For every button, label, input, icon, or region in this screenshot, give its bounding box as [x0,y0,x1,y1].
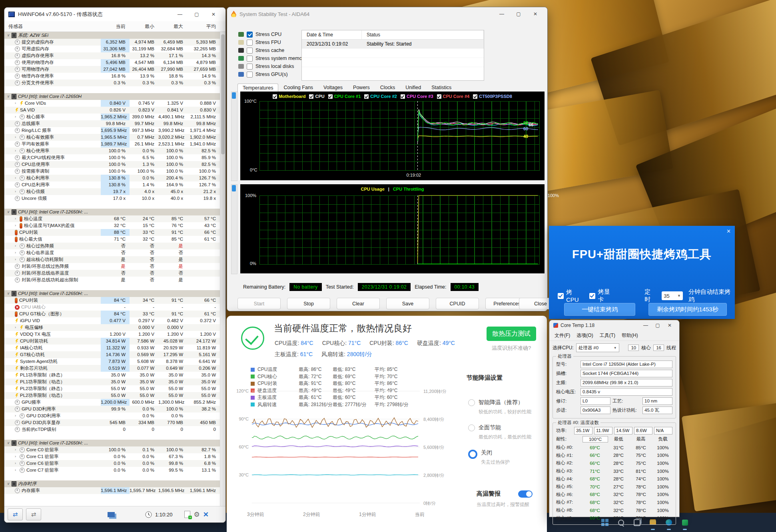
sensor-row[interactable]: IA核心功耗11.322 W0.933 W20.929 W11.819 W [4,345,220,351]
sensor-row[interactable]: ›Core C1 驻留率0.0 %0.0 %67.3 %1.8 % [4,453,220,460]
sensor-row[interactable]: CPU封装88 °C33 °C91 °C66 °C [4,229,220,236]
minimize-icon[interactable]: — [494,8,510,20]
swap-columns-button[interactable]: ⇄ [8,508,23,520]
sensor-row[interactable]: 总线频率99.8 MHz99.7 MHz99.8 MHz99.8 MHz [4,120,220,127]
sensor-row[interactable]: ›核心过热降频否否是 [4,243,220,249]
menu-item[interactable]: 帮助(H) [619,331,641,340]
expand-icon[interactable]: › [15,188,18,195]
sensor-row[interactable]: 提交的虚拟内存6,352 MB4,974 MB6,459 MB5,393 MB [4,39,220,46]
expand-icon[interactable]: › [15,243,18,249]
sensor-row[interactable]: 封装/环形总线功耗超出限制是否是 [4,277,220,283]
graph1-scrollbar[interactable] [231,92,237,181]
sensor-section-row[interactable]: ∨CPU [#0]: Intel Core i7-12650H [4,93,220,100]
sensor-row[interactable]: iGPU VID0.477 V0.297 V0.482 V0.372 V [4,317,220,324]
checkbox[interactable] [247,56,253,62]
radio-icon[interactable] [468,399,475,406]
sensor-row[interactable]: ›核心使用率100.0 %0.0 %100.0 %82.5 % [4,147,220,154]
expand-icon[interactable]: › [15,100,18,107]
expand-icon[interactable]: › [15,114,18,120]
tab-clocks[interactable]: Clocks [375,83,401,92]
sensor-row[interactable]: 分页文件使用率0.3 %0.3 %0.3 %0.3 % [4,80,220,86]
sensor-row[interactable]: 当前的cTDP级别0000 [4,426,220,433]
close-icon[interactable]: ✕ [205,9,221,20]
column-header-3[interactable]: 最大 [158,21,187,32]
close-icon[interactable]: ✕ [664,321,675,329]
column-header-1[interactable]: 当前 [101,21,130,32]
menu-item[interactable]: 工具(T) [597,331,618,340]
sensor-row[interactable]: ›核心利用率130.8 %0.0 %200.4 %126.7 % [4,175,220,181]
sensor-row[interactable]: PL2功率限制（静态）55.0 W55.0 W55.0 W55.0 W [4,385,220,392]
column-header-4[interactable]: 平均 [187,21,220,32]
cpuid-button[interactable]: CPUID [436,298,479,309]
radio-icon[interactable] [468,424,475,431]
collapse-icon[interactable]: ∨ [7,209,10,215]
bake-option[interactable]: 烤CPU [558,289,584,303]
sensor-row[interactable]: ›GPU D3D利用率0.0 %0.0 % [4,412,220,419]
aida64-titlebar[interactable]: System Stability Test - AIDA64 — ▢ ✕ [227,7,547,21]
expand-icon[interactable]: › [15,215,18,222]
reorder-button[interactable]: ⇄ [26,508,41,520]
sensor-row[interactable]: VDDQ TX 电压1.200 V1.200 V1.200 V1.200 V [4,331,220,338]
log-col-status[interactable]: Status [362,30,484,39]
sensor-row[interactable]: CPU封装功耗34.814 W7.586 W45.028 W24.172 W [4,338,220,345]
exit-icon[interactable]: ✕ [203,510,209,519]
expand-icon[interactable]: › [15,453,18,460]
checkbox[interactable] [247,72,253,78]
expand-icon[interactable]: › [15,412,18,419]
cooling-option[interactable]: 智能降温（推荐）较低的功耗，较好的性能 [468,399,531,415]
maximize-icon[interactable]: ▢ [189,9,205,20]
sensor-row[interactable]: 最大CPU/线程使用率100.0 %6.5 %100.0 %85.9 % [4,154,220,161]
sensor-section-row[interactable]: ∨CPU [#0]: Intel Core i7-12650H: ... [4,440,220,446]
column-header-0[interactable]: 传感器 [4,21,101,32]
tab-statistics[interactable]: Statistics [426,83,457,92]
sensor-row[interactable]: GPU D3D共享显存545 MB334 MB770 MB450 MB [4,419,220,426]
sensor-row[interactable]: 平均有效频率1,989.7 MHz26.1 MHz2,523.1 MHz1,94… [4,141,220,147]
sensor-row[interactable]: 按需频率调制100.0 %100.0 %100.0 %100.0 % [4,168,220,175]
sensor-row[interactable]: ›Core C6 驻留率0.0 %0.0 %99.8 %6.8 % [4,460,220,467]
clear-button[interactable]: Clear [337,298,380,309]
checkbox[interactable] [558,293,564,299]
checkbox[interactable] [247,48,253,54]
sensor-row[interactable]: ✕CPU IA核心---- [4,304,220,311]
menu-item[interactable]: 文件(F) [552,331,573,340]
sensor-section-row[interactable]: ∨CPU [#0]: Intel Core i7-12650H: ... [4,290,220,297]
expand-icon[interactable]: › [15,249,18,256]
checkbox[interactable] [247,40,253,46]
sensor-row[interactable]: CPU总利用率130.8 %1.4 %164.9 %126.7 % [4,181,220,188]
app-icon[interactable] [680,517,690,528]
bake-option[interactable]: 烤显卡 [589,288,615,303]
settings-gear-icon[interactable]: ⚙ [194,510,199,519]
sensor-row[interactable]: ›核心有效频率1,965.5 MHz0.7 MHz3,020.2 MHz1,90… [4,134,220,141]
sensor-row[interactable]: 封装/环形总线临界温度否否否 [4,270,220,277]
test-log-list[interactable]: Date & Time Status 2023/12/31 0:19:02Sta… [301,30,484,81]
sensor-row[interactable]: 虚拟内存使用率16.8 %13.2 %17.1 %14.3 % [4,52,220,59]
sensor-row[interactable]: CPU封装84 °C34 °C91 °C66 °C [4,297,220,304]
collapse-icon[interactable]: ∨ [7,480,10,487]
high-temp-alert-toggle[interactable] [518,490,533,498]
expand-icon[interactable]: › [15,256,18,263]
maximize-icon[interactable]: ▢ [511,8,527,20]
sensor-row[interactable]: ›Core C7 驻留率0.0 %0.0 %99.5 %13.1 % [4,467,220,474]
sensor-section-row[interactable]: ∨系统: AZW SEi [4,32,220,39]
sensor-row[interactable]: 封装/环形总线过热降频是否是 [4,263,220,270]
coretemp-titlebar[interactable]: Core Temp 1.18 — ▢ ✕ [549,320,679,331]
sensor-row[interactable]: 可用虚拟内存31,306 MB31,199 MB32,684 MB32,265 … [4,46,220,52]
sensor-row[interactable]: System Agent功耗7.873 W5.608 W8.378 W6.641… [4,358,220,365]
expand-icon[interactable]: › [15,446,18,453]
tab-cooling-fans[interactable]: Cooling Fans [278,83,318,92]
sensor-row[interactable]: ›核心温度与TjMAX的差值32 °C15 °C76 °C43 °C [4,222,220,229]
minimize-icon[interactable]: — [172,9,188,20]
sensor-row[interactable]: ›核心倍频19.7 x4.0 x45.0 x21.2 x [4,188,220,195]
expand-icon[interactable]: › [15,175,18,181]
expand-icon[interactable]: › [15,460,18,467]
sensor-row[interactable]: SA VID0.826 V0.823 V0.841 V0.830 V [4,107,220,114]
sensor-row[interactable]: 内存频率1,596.1 MHz1,595.7 MHz1,596.5 MHz1,5… [4,487,220,494]
inaccurate-temp-link[interactable]: 温度识别不准确? [492,345,531,352]
menu-item[interactable]: 选项(O) [574,331,596,340]
tab-voltages[interactable]: Voltages [318,83,348,92]
hwinfo-column-header[interactable]: 传感器当前最小最大平均 [4,21,225,32]
sensor-row[interactable]: GT核心功耗14.736 W0.569 W17.295 W5.161 W [4,351,220,358]
stress-test-button[interactable]: 散热压力测试 [487,327,536,341]
cooling-option[interactable]: 全面节能最低的功耗，最低的性能 [468,424,531,440]
collapse-icon[interactable]: ∨ [7,290,10,297]
